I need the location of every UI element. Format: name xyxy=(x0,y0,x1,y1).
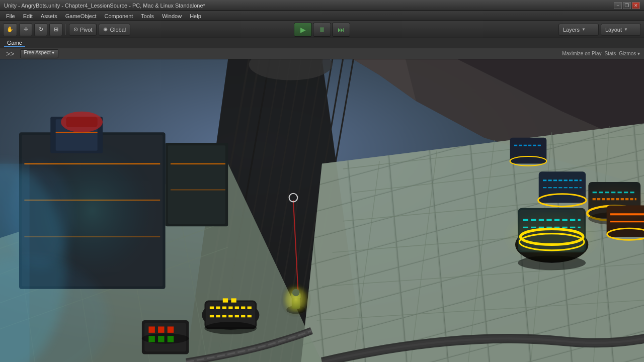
menu-tools[interactable]: Tools xyxy=(137,11,158,21)
game-tab[interactable]: Game xyxy=(4,40,25,47)
layers-label: Layers xyxy=(563,27,580,33)
move-tool-button[interactable]: ✛ xyxy=(19,23,32,36)
svg-rect-107 xyxy=(510,138,547,164)
menu-edit[interactable]: Edit xyxy=(19,11,37,21)
svg-point-85 xyxy=(204,322,257,334)
global-label: Global xyxy=(110,27,126,33)
svg-rect-60 xyxy=(66,117,97,127)
aspect-label: Free Aspect xyxy=(24,50,50,55)
main-content: Game >> Free Aspect ▾ Maximize on Play S… xyxy=(0,38,644,362)
global-button[interactable]: ⊕ Global xyxy=(99,24,130,36)
scale-tool-button[interactable]: ⊞ xyxy=(49,23,62,36)
pivot-icon: ⊙ xyxy=(73,26,78,33)
svg-point-68 xyxy=(292,289,300,297)
arrows-icon: >> xyxy=(4,50,16,58)
menu-window[interactable]: Window xyxy=(158,11,186,21)
svg-rect-84 xyxy=(231,298,236,302)
svg-point-110 xyxy=(510,216,594,257)
window-controls: − ❐ ✕ xyxy=(614,2,640,9)
minimize-button[interactable]: − xyxy=(614,2,622,9)
game-scene xyxy=(0,59,644,362)
hand-tool-button[interactable]: ✋ xyxy=(3,23,17,36)
svg-rect-99 xyxy=(539,171,586,203)
global-icon: ⊕ xyxy=(103,26,108,33)
maximize-on-play-button[interactable]: Maximize on Play xyxy=(562,51,601,56)
aspect-dropdown[interactable]: Free Aspect ▾ xyxy=(20,49,58,58)
layout-dropdown[interactable]: Layout ▼ xyxy=(601,24,641,36)
layout-label: Layout xyxy=(605,27,622,33)
layers-layout-group: Layers ▼ Layout ▼ xyxy=(558,24,641,36)
gizmos-dropdown[interactable]: Gizmos ▾ xyxy=(619,51,640,56)
rotate-tool-button[interactable]: ↻ xyxy=(34,23,47,36)
pivot-label: Pivot xyxy=(80,27,92,33)
svg-rect-113 xyxy=(168,145,225,224)
layout-arrow-icon: ▼ xyxy=(624,27,628,32)
menu-component[interactable]: Component xyxy=(100,11,137,21)
svg-rect-71 xyxy=(148,326,154,332)
toolbar: ✋ ✛ ↻ ⊞ ⊙ Pivot ⊕ Global ▶ ⏸ ⏭ Layers ▼ … xyxy=(0,21,644,38)
game-view-toolbar: >> Free Aspect ▾ Maximize on Play Stats … xyxy=(0,48,644,59)
toolbar-sep-1 xyxy=(65,24,66,35)
menu-bar: File Edit Assets GameObject Component To… xyxy=(0,11,644,21)
svg-rect-72 xyxy=(158,326,164,332)
pause-button[interactable]: ⏸ xyxy=(313,23,331,37)
menu-assets[interactable]: Assets xyxy=(37,11,61,21)
title-bar: Unity - AngryBots.unity - Chapter4_Lessi… xyxy=(0,0,644,11)
svg-point-77 xyxy=(142,333,189,344)
layers-arrow-icon: ▼ xyxy=(582,27,586,32)
restore-button[interactable]: ❐ xyxy=(623,2,631,9)
menu-file[interactable]: File xyxy=(2,11,19,21)
menu-gameobject[interactable]: GameObject xyxy=(61,11,101,21)
pivot-button[interactable]: ⊙ Pivot xyxy=(69,24,97,36)
menu-help[interactable]: Help xyxy=(186,11,205,21)
stats-button[interactable]: Stats xyxy=(605,51,616,56)
layers-dropdown[interactable]: Layers ▼ xyxy=(558,24,599,36)
viewport[interactable] xyxy=(0,59,644,362)
play-controls: ▶ ⏸ ⏭ xyxy=(294,23,350,37)
app-title: Unity - AngryBots.unity - Chapter4_Lessi… xyxy=(4,3,205,9)
game-toolbar-right: Maximize on Play Stats Gizmos ▾ xyxy=(562,51,640,56)
game-view-header: Game xyxy=(0,38,644,48)
close-button[interactable]: ✕ xyxy=(632,2,640,9)
play-button[interactable]: ▶ xyxy=(294,23,312,37)
step-button[interactable]: ⏭ xyxy=(332,23,350,37)
svg-point-93 xyxy=(518,255,586,270)
svg-rect-75 xyxy=(168,326,174,332)
svg-rect-83 xyxy=(223,298,228,302)
